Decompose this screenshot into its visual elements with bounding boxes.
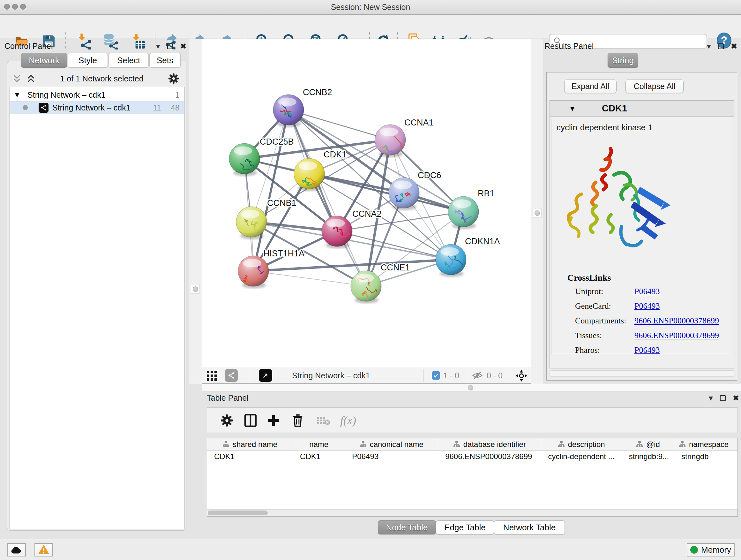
table-panel-close-icon[interactable]: ✖ [733, 394, 739, 402]
tab-network[interactable]: Network [21, 53, 67, 68]
tab-sets[interactable]: Sets [149, 53, 181, 68]
node-label-CCNE1: CCNE1 [381, 263, 410, 272]
column-header-description[interactable]: description [541, 438, 622, 450]
selected-count-checkbox[interactable] [432, 371, 440, 380]
table-horizontal-scrollbar[interactable] [207, 509, 738, 516]
left-divider-grip[interactable] [191, 284, 200, 294]
table-row[interactable]: CDK1 CDK1 P06493 9606.ENSP00000378699 cy… [207, 450, 738, 462]
crosslink-link[interactable]: 9606.ENSP00000378699 [634, 331, 719, 340]
column-header-id[interactable]: @id [622, 438, 674, 450]
network-node-CCNA2[interactable] [322, 216, 352, 248]
tab-node-table[interactable]: Node Table [378, 520, 436, 535]
results-horizontal-scrollbar[interactable] [549, 370, 734, 377]
expand-all-networks-icon[interactable] [26, 74, 36, 83]
node-label-CCNB2: CCNB2 [303, 87, 332, 97]
cloud-icon [11, 545, 22, 554]
right-divider-grip[interactable] [533, 208, 542, 218]
table-panel-float-icon[interactable] [720, 395, 726, 401]
network-view-title: String Network – cdk1 [292, 371, 370, 380]
network-options-gear-icon[interactable] [168, 73, 179, 84]
warnings-button[interactable] [35, 543, 53, 557]
crosslink-label: Tissues: [575, 331, 602, 340]
column-header-name[interactable]: name [293, 438, 345, 450]
tab-style[interactable]: Style [68, 53, 108, 68]
cdk1-section: ▼ CDK1 cyclin-dependent kinase 1 [549, 100, 734, 368]
crosslink-label: Pharos: [575, 346, 600, 355]
collapse-all-button[interactable]: Collapse All [625, 79, 684, 93]
show-columns-button[interactable] [242, 412, 259, 429]
delete-columns-button[interactable] [289, 412, 307, 429]
network-node-CDC25B[interactable] [229, 143, 260, 176]
network-selection-header: 1 of 1 Network selected [10, 71, 184, 85]
cdk1-section-header[interactable]: ▼ CDK1 [550, 101, 734, 117]
results-panel-float-icon[interactable] [718, 44, 724, 49]
network-node-RB1[interactable] [448, 196, 479, 229]
titlebar: Session: New Session [0, 0, 741, 15]
network-node-CDK1[interactable] [294, 159, 325, 192]
table-panel-menu-icon[interactable]: ▼ [709, 395, 713, 401]
open-in-window-button[interactable] [259, 369, 272, 382]
tab-edge-table[interactable]: Edge Table [436, 520, 494, 535]
control-panel-close-icon[interactable]: ✖ [180, 42, 186, 51]
scrollbar-thumb[interactable] [208, 510, 268, 515]
status-separator [467, 369, 467, 382]
collapse-all-networks-icon[interactable] [12, 74, 22, 83]
memory-label: Memory [701, 545, 731, 555]
network-edge-count: 48 [171, 103, 180, 112]
control-panel-menu-icon[interactable]: ▼ [156, 43, 160, 50]
warning-icon [38, 545, 49, 555]
network-node-CCNE1[interactable] [351, 271, 381, 303]
memory-button[interactable]: Memory [687, 543, 735, 557]
control-panel-float-icon[interactable] [167, 44, 173, 49]
zoom-window-button[interactable] [20, 4, 26, 10]
crosslink-link[interactable]: P06493 [634, 287, 660, 296]
left-panel-divider[interactable] [189, 39, 202, 384]
delete-table-button-disabled [314, 412, 332, 429]
crosslink-link[interactable]: P06493 [634, 301, 660, 311]
expand-all-button[interactable]: Expand All [564, 79, 616, 93]
network-canvas[interactable]: CCNB2CCNA1CDC25BCDK1CDC6RB1CCNB1CCNA2CDK… [202, 39, 531, 367]
results-panel-close-icon[interactable]: ✖ [731, 42, 737, 51]
crosslink-row: Uniprot: [575, 287, 603, 296]
gene-name: CDK1 [602, 103, 627, 114]
grid-view-icon[interactable] [206, 370, 217, 381]
results-panel-title: Results Panel [544, 42, 594, 51]
string-network-graph[interactable]: CCNB2CCNA1CDC25BCDK1CDC6RB1CCNB1CCNA2CDK… [202, 39, 531, 367]
network-node-CCNB1[interactable] [236, 206, 267, 239]
column-header-canonical-name[interactable]: canonical name [345, 438, 438, 450]
crosslink-link[interactable]: 9606.ENSP00000378699 [634, 316, 719, 326]
collection-expander-icon[interactable]: ▼ [15, 91, 19, 98]
string-app-badge [39, 103, 49, 113]
column-tree-icon [636, 441, 643, 448]
crosslink-row: GeneCard: [575, 301, 611, 311]
tab-network-table[interactable]: Network Table [494, 520, 565, 535]
section-expander-icon[interactable]: ▼ [570, 105, 575, 112]
column-header-database-identifier[interactable]: database identifier [438, 438, 541, 450]
results-panel-menu-icon[interactable]: ▼ [707, 43, 711, 50]
close-window-button[interactable] [4, 4, 10, 10]
node-label-RB1: RB1 [478, 189, 495, 198]
main-toolbar: ? [0, 15, 741, 38]
tab-string-results[interactable]: String [608, 53, 638, 68]
network-node-HIST1H1A[interactable] [238, 256, 269, 288]
table-divider-grip[interactable] [468, 385, 473, 390]
table-options-button[interactable] [218, 412, 236, 429]
birds-eye-view-icon[interactable] [515, 370, 528, 382]
crosslink-link[interactable]: P06493 [634, 346, 660, 355]
column-header-shared-name[interactable]: shared name [207, 438, 293, 450]
network-row[interactable]: String Network – cdk1 11 48 [10, 101, 184, 114]
network-node-CDC6[interactable] [389, 178, 419, 210]
create-column-button[interactable] [265, 412, 282, 429]
network-badge-icon[interactable] [225, 369, 238, 382]
column-header-namespace[interactable]: namespace [674, 438, 738, 450]
network-node-CDKN1A[interactable] [435, 244, 467, 277]
node-label-HIST1H1A: HIST1H1A [263, 249, 305, 258]
column-tree-icon [453, 441, 460, 448]
hidden-count-eye-icon[interactable] [472, 371, 483, 380]
column-tree-icon [360, 441, 367, 448]
automation-cloud-button[interactable] [7, 543, 26, 557]
minimize-window-button[interactable] [12, 4, 18, 10]
network-collection-row[interactable]: ▼ String Network – cdk1 1 [10, 88, 184, 101]
network-tree: ▼ String Network – cdk1 1 String Network… [10, 87, 185, 530]
tab-select[interactable]: Select [109, 53, 149, 68]
